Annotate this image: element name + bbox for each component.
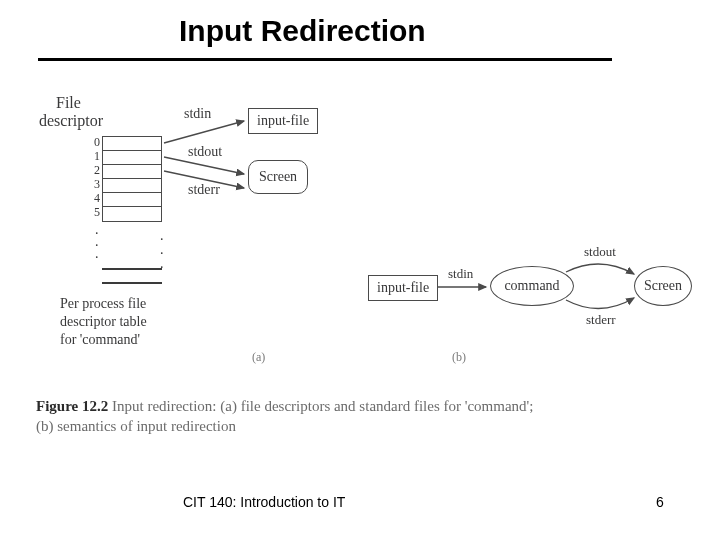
figure-text-2: (b) semantics of input redirection (36, 418, 236, 435)
footer-course: CIT 140: Introduction to IT (183, 494, 345, 510)
title: Input Redirection (179, 14, 426, 48)
title-rule (38, 58, 612, 61)
file-descriptor-label-bottom: descriptor (39, 112, 103, 130)
screen-node-b: Screen (634, 266, 692, 306)
dot: . (160, 260, 164, 268)
fd-num-0: 0 (86, 135, 100, 149)
dot: . (95, 250, 99, 258)
dot: . (160, 246, 164, 254)
dot: . (95, 226, 99, 234)
caption-a-3: for 'command' (60, 332, 140, 348)
fd-number-col: 0 1 2 3 4 5 (86, 135, 100, 219)
caption-a-2: descriptor table (60, 314, 147, 330)
fd-table-top (102, 136, 162, 222)
input-file-node-b: input-file (368, 275, 438, 301)
fd-num-3: 3 (86, 177, 100, 191)
dot: . (95, 238, 99, 246)
svg-line-0 (164, 121, 244, 143)
stderr-label-a: stderr (188, 182, 220, 198)
stderr-label-b: stderr (586, 312, 616, 328)
file-descriptor-label-top: File (56, 94, 81, 112)
command-node-b-text: command (504, 278, 559, 294)
sublabel-a: (a) (252, 350, 265, 365)
stdout-label-a: stdout (188, 144, 222, 160)
stdout-label-b: stdout (584, 244, 616, 260)
fd-num-1: 1 (86, 149, 100, 163)
figure-number: Figure 12.2 (36, 398, 108, 414)
stdin-label-b: stdin (448, 266, 473, 282)
screen-node-b-text: Screen (644, 278, 682, 294)
fd-num-4: 4 (86, 191, 100, 205)
fd-num-5: 5 (86, 205, 100, 219)
fd-table-bottom (102, 268, 162, 284)
command-node-b: command (490, 266, 574, 306)
stdin-label-a: stdin (184, 106, 211, 122)
caption-a-1: Per process file (60, 296, 146, 312)
screen-node-a: Screen (248, 160, 308, 194)
sublabel-b: (b) (452, 350, 466, 365)
input-file-node-a: input-file (248, 108, 318, 134)
dot: . (160, 232, 164, 240)
footer-page: 6 (656, 494, 664, 510)
figure-text-1: Input redirection: (a) file descriptors … (108, 398, 533, 414)
fd-num-2: 2 (86, 163, 100, 177)
